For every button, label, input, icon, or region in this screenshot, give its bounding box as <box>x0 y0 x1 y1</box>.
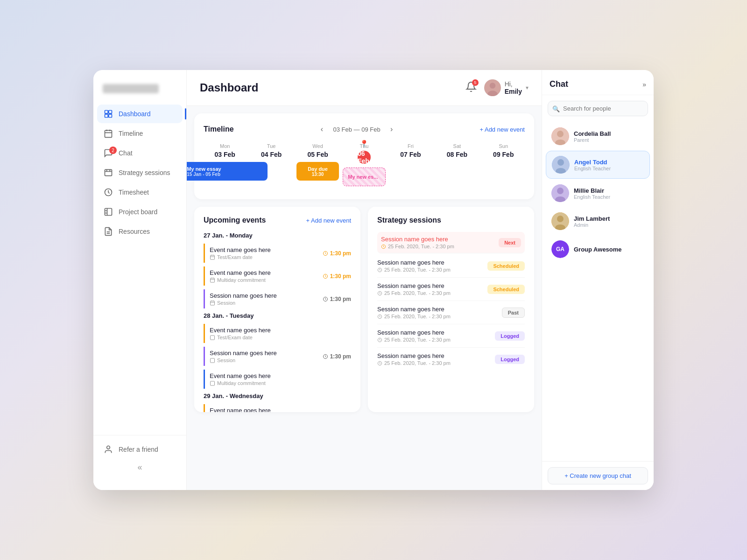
badge-logged[interactable]: Logged <box>495 331 525 341</box>
user-name: Hi, Emily <box>505 80 522 95</box>
day-number: 05 Feb <box>307 151 328 158</box>
sidebar-item-resources[interactable]: Resources <box>97 222 183 241</box>
svg-point-12 <box>489 83 495 89</box>
svg-point-32 <box>557 131 564 137</box>
event-time: 1:30 pm <box>323 353 351 360</box>
chat-badge: 2 <box>109 147 117 154</box>
chat-panel: Chat » 🔍 Cordel <box>542 70 654 490</box>
svg-point-38 <box>557 188 564 194</box>
notification-button[interactable]: 5 <box>465 81 477 94</box>
event-item: Session name goes here Session 1:30 pm <box>204 289 351 308</box>
strategy-item: Session name goes here 25 Feb. 2020, Tue… <box>377 301 525 324</box>
chat-title: Chat <box>550 79 568 89</box>
svg-rect-5 <box>105 169 112 175</box>
day-number: 03 Feb <box>215 151 235 158</box>
chat-contact-group[interactable]: GA Group Awesome <box>546 236 650 263</box>
day-label: Mon <box>220 143 230 149</box>
svg-rect-7 <box>105 209 112 216</box>
add-upcoming-btn[interactable]: + Add new event <box>306 217 352 224</box>
strategy-header: Strategy sessions <box>377 216 525 224</box>
sidebar-item-refer[interactable]: Refer a friend <box>97 440 183 459</box>
sidebar-item-timesheet[interactable]: Timesheet <box>97 183 183 202</box>
calendar-small-icon <box>210 335 215 340</box>
day-number: 04 Feb <box>261 151 282 158</box>
timeline-header: Timeline ‹ 03 Feb — 09 Feb › + Add new e… <box>204 123 525 136</box>
sidebar-item-project[interactable]: Project board <box>97 203 183 221</box>
chat-search: 🔍 <box>548 101 648 116</box>
notification-badge: 5 <box>472 79 479 86</box>
chat-contact-millie[interactable]: Millie Blair English Teacher <box>546 180 650 207</box>
chat-contact-cordelia[interactable]: Cordelia Ball Parent <box>546 123 650 150</box>
avatar-img <box>551 212 569 230</box>
sidebar-item-label: Timesheet <box>119 189 149 196</box>
timeline-nav: ‹ 03 Feb — 09 Feb › <box>315 123 398 136</box>
timeline-event-daydue[interactable]: Day due 13:30 <box>296 162 339 181</box>
event-item: Session name goes here Session 1:30 pm <box>204 347 351 366</box>
avatar-img <box>551 127 569 145</box>
upcoming-events-card: Upcoming events + Add new event 27 Jan. … <box>194 207 360 412</box>
clock-tiny-icon <box>377 314 382 319</box>
avatar <box>551 184 569 202</box>
sidebar-item-label: Dashboard <box>119 110 151 118</box>
badge-scheduled[interactable]: Scheduled <box>487 285 525 294</box>
day-label: Wed <box>312 143 323 149</box>
clock-small-icon <box>323 273 328 279</box>
sidebar-item-label: Chat <box>119 149 133 157</box>
svg-rect-0 <box>105 111 108 114</box>
timeline-day-tue: Tue 04 Feb <box>250 143 292 190</box>
timeline-day-sat: Sat 08 Feb <box>436 143 478 190</box>
calendar-small-icon <box>210 277 215 283</box>
day-group-28: 28 Jan. - Tuesday <box>204 312 351 319</box>
svg-rect-4 <box>105 130 112 137</box>
sidebar-item-label: Project board <box>119 208 157 216</box>
sidebar-navigation: Dashboard Timeline 2 Chat <box>93 105 186 430</box>
calendar-small-icon <box>210 380 215 386</box>
timeline-next-btn[interactable]: › <box>385 123 398 136</box>
badge-logged[interactable]: Logged <box>495 355 525 364</box>
sidebar-collapse-btn[interactable]: « <box>97 459 183 476</box>
sidebar-item-timeline[interactable]: Timeline <box>97 124 183 143</box>
sidebar-item-strategy[interactable]: Strategy sessions <box>97 163 183 182</box>
search-input[interactable] <box>548 101 648 116</box>
badge-scheduled[interactable]: Scheduled <box>487 261 525 271</box>
timeline-prev-btn[interactable]: ‹ <box>315 123 328 136</box>
timeline-day-thu: 📍 Thu 06 Feb My new es... <box>343 143 385 190</box>
badge-past[interactable]: Past <box>502 308 525 318</box>
main-header: Dashboard 5 <box>187 70 542 106</box>
sidebar-item-dashboard[interactable]: Dashboard <box>97 105 183 123</box>
add-event-btn[interactable]: + Add new event <box>479 126 525 133</box>
timeline-day-fri: Fri 07 Feb <box>389 143 432 190</box>
day-label: Tue <box>267 143 276 149</box>
svg-rect-2 <box>105 114 108 118</box>
user-profile[interactable]: Hi, Emily ▾ <box>484 79 529 96</box>
svg-rect-21 <box>211 358 215 363</box>
chat-contact-jim[interactable]: Jim Lambert Admin <box>546 208 650 235</box>
sidebar-item-chat[interactable]: 2 Chat <box>97 144 183 162</box>
avatar-img <box>552 156 570 174</box>
timeline-grid: Mon 03 Feb My new essay 15 Jan - 05 Feb … <box>204 143 525 190</box>
sidebar-item-label: Refer a friend <box>119 446 158 453</box>
event-item: Event name goes here Multiday commitment <box>204 370 351 389</box>
strategy-title: Strategy sessions <box>377 216 441 224</box>
chat-contact-angel[interactable]: Angel Todd English Teacher <box>546 151 650 179</box>
timeline-title: Timeline <box>204 125 234 133</box>
app-container: Dashboard Timeline 2 Chat <box>93 70 654 490</box>
timeline-date-range: 03 Feb — 09 Feb <box>333 126 380 133</box>
avatar: GA <box>551 240 569 258</box>
day-number: 08 Feb <box>447 151 467 158</box>
svg-point-35 <box>557 159 564 166</box>
svg-point-10 <box>107 446 110 449</box>
upcoming-title: Upcoming events <box>204 216 266 224</box>
event-item: Event name goes here Test/Exam date <box>204 404 351 412</box>
chat-expand-btn[interactable]: » <box>642 81 646 88</box>
badge-next[interactable]: Next <box>499 238 521 247</box>
create-group-chat-btn[interactable]: + Create new group chat <box>548 467 648 484</box>
page-title: Dashboard <box>200 81 258 94</box>
timeline-event-mynes[interactable]: My new es... <box>343 168 385 186</box>
user-avatar <box>484 79 501 96</box>
event-time: 1:30 pm <box>323 250 351 257</box>
svg-rect-16 <box>211 278 215 282</box>
svg-rect-18 <box>211 301 215 305</box>
timeline-day-sun: Sun 09 Feb <box>482 143 525 190</box>
timeline-card: Timeline ‹ 03 Feb — 09 Feb › + Add new e… <box>194 113 534 199</box>
